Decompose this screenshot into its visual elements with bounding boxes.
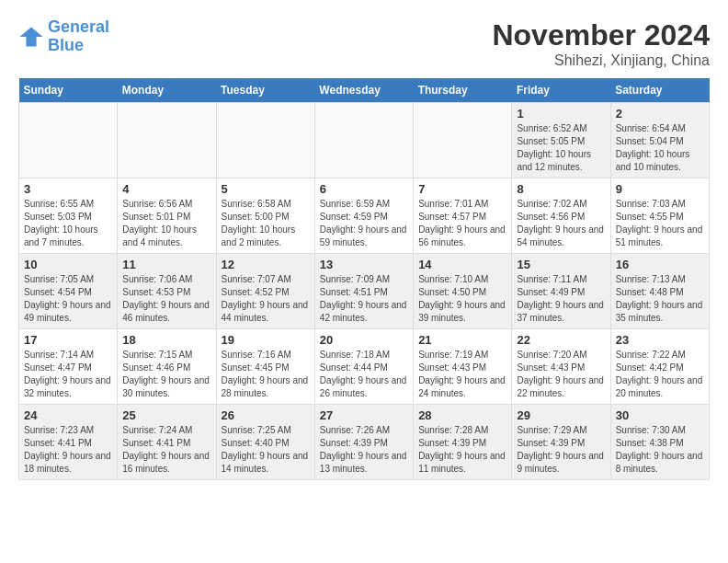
calendar-day-cell: 12Sunrise: 7:07 AMSunset: 4:52 PMDayligh… (216, 254, 314, 329)
day-info: Sunrise: 7:02 AMSunset: 4:56 PMDaylight:… (517, 198, 605, 249)
day-number: 23 (616, 333, 704, 347)
calendar-day-cell: 1Sunrise: 6:52 AMSunset: 5:05 PMDaylight… (512, 103, 610, 178)
calendar-day-cell: 4Sunrise: 6:56 AMSunset: 5:01 PMDaylight… (118, 178, 216, 254)
calendar-day-cell (414, 103, 512, 178)
day-number: 6 (320, 182, 408, 196)
day-number: 27 (320, 408, 408, 422)
day-info: Sunrise: 7:16 AMSunset: 4:45 PMDaylight:… (222, 349, 310, 400)
day-number: 1 (517, 107, 605, 121)
day-info: Sunrise: 7:24 AMSunset: 4:41 PMDaylight:… (122, 424, 210, 476)
day-number: 11 (122, 258, 210, 271)
day-info: Sunrise: 7:20 AMSunset: 4:43 PMDaylight:… (517, 349, 605, 400)
calendar-week-row: 17Sunrise: 7:14 AMSunset: 4:47 PMDayligh… (19, 329, 710, 405)
day-info: Sunrise: 7:14 AMSunset: 4:47 PMDaylight:… (24, 349, 112, 400)
weekday-header: Monday (118, 78, 216, 103)
day-info: Sunrise: 7:15 AMSunset: 4:46 PMDaylight:… (122, 349, 210, 400)
weekday-header-row: SundayMondayTuesdayWednesdayThursdayFrid… (19, 78, 710, 103)
calendar-table: SundayMondayTuesdayWednesdayThursdayFrid… (18, 78, 710, 480)
day-info: Sunrise: 7:26 AMSunset: 4:39 PMDaylight:… (320, 424, 408, 476)
calendar-day-cell: 29Sunrise: 7:29 AMSunset: 4:39 PMDayligh… (512, 405, 610, 480)
day-info: Sunrise: 7:28 AMSunset: 4:39 PMDaylight:… (418, 424, 506, 476)
day-number: 7 (418, 182, 506, 196)
day-number: 30 (616, 408, 704, 422)
day-number: 10 (24, 258, 112, 271)
calendar-day-cell: 16Sunrise: 7:13 AMSunset: 4:48 PMDayligh… (610, 254, 709, 329)
logo: General Blue (18, 18, 109, 55)
day-number: 17 (24, 333, 112, 347)
weekday-header: Friday (512, 78, 610, 103)
calendar-day-cell: 14Sunrise: 7:10 AMSunset: 4:50 PMDayligh… (414, 254, 512, 329)
day-info: Sunrise: 7:03 AMSunset: 4:55 PMDaylight:… (616, 198, 704, 249)
svg-marker-0 (19, 27, 42, 46)
day-info: Sunrise: 7:13 AMSunset: 4:48 PMDaylight:… (616, 273, 704, 325)
day-info: Sunrise: 6:58 AMSunset: 5:00 PMDaylight:… (222, 198, 310, 249)
calendar-week-row: 3Sunrise: 6:55 AMSunset: 5:03 PMDaylight… (19, 178, 710, 254)
day-info: Sunrise: 7:11 AMSunset: 4:49 PMDaylight:… (517, 273, 605, 325)
calendar-day-cell: 23Sunrise: 7:22 AMSunset: 4:42 PMDayligh… (610, 329, 709, 405)
logo-icon (18, 24, 44, 50)
calendar-day-cell: 11Sunrise: 7:06 AMSunset: 4:53 PMDayligh… (118, 254, 216, 329)
day-number: 16 (616, 258, 704, 271)
day-info: Sunrise: 7:09 AMSunset: 4:51 PMDaylight:… (320, 273, 408, 325)
calendar-day-cell: 9Sunrise: 7:03 AMSunset: 4:55 PMDaylight… (610, 178, 709, 254)
day-info: Sunrise: 6:56 AMSunset: 5:01 PMDaylight:… (122, 198, 210, 249)
calendar-week-row: 24Sunrise: 7:23 AMSunset: 4:41 PMDayligh… (19, 405, 710, 480)
calendar-day-cell: 21Sunrise: 7:19 AMSunset: 4:43 PMDayligh… (414, 329, 512, 405)
day-info: Sunrise: 7:19 AMSunset: 4:43 PMDaylight:… (418, 349, 506, 400)
calendar-day-cell: 28Sunrise: 7:28 AMSunset: 4:39 PMDayligh… (414, 405, 512, 480)
month-title: November 2024 (492, 18, 710, 52)
day-number: 28 (418, 408, 506, 422)
day-info: Sunrise: 7:05 AMSunset: 4:54 PMDaylight:… (24, 273, 112, 325)
day-number: 29 (517, 408, 605, 422)
weekday-header: Wednesday (314, 78, 413, 103)
day-number: 2 (616, 107, 704, 121)
calendar-day-cell: 27Sunrise: 7:26 AMSunset: 4:39 PMDayligh… (314, 405, 413, 480)
day-number: 26 (222, 408, 310, 422)
calendar-day-cell: 8Sunrise: 7:02 AMSunset: 4:56 PMDaylight… (512, 178, 610, 254)
day-number: 22 (517, 333, 605, 347)
calendar-day-cell: 22Sunrise: 7:20 AMSunset: 4:43 PMDayligh… (512, 329, 610, 405)
day-info: Sunrise: 7:25 AMSunset: 4:40 PMDaylight:… (222, 424, 310, 476)
calendar-week-row: 10Sunrise: 7:05 AMSunset: 4:54 PMDayligh… (19, 254, 710, 329)
day-info: Sunrise: 7:07 AMSunset: 4:52 PMDaylight:… (222, 273, 310, 325)
calendar-day-cell: 20Sunrise: 7:18 AMSunset: 4:44 PMDayligh… (314, 329, 413, 405)
day-info: Sunrise: 7:29 AMSunset: 4:39 PMDaylight:… (517, 424, 605, 476)
day-info: Sunrise: 6:52 AMSunset: 5:05 PMDaylight:… (517, 122, 605, 174)
calendar-day-cell: 7Sunrise: 7:01 AMSunset: 4:57 PMDaylight… (414, 178, 512, 254)
weekday-header: Tuesday (216, 78, 314, 103)
day-number: 8 (517, 182, 605, 196)
day-number: 18 (122, 333, 210, 347)
calendar-day-cell: 30Sunrise: 7:30 AMSunset: 4:38 PMDayligh… (610, 405, 709, 480)
calendar-day-cell: 25Sunrise: 7:24 AMSunset: 4:41 PMDayligh… (118, 405, 216, 480)
day-number: 19 (222, 333, 310, 347)
day-number: 14 (418, 258, 506, 271)
page-header: General Blue November 2024 Shihezi, Xinj… (18, 18, 710, 69)
weekday-header: Thursday (414, 78, 512, 103)
day-number: 15 (517, 258, 605, 271)
day-info: Sunrise: 7:22 AMSunset: 4:42 PMDaylight:… (616, 349, 704, 400)
calendar-week-row: 1Sunrise: 6:52 AMSunset: 5:05 PMDaylight… (19, 103, 710, 178)
title-block: November 2024 Shihezi, Xinjiang, China (492, 18, 710, 69)
calendar-day-cell: 3Sunrise: 6:55 AMSunset: 5:03 PMDaylight… (19, 178, 118, 254)
day-number: 20 (320, 333, 408, 347)
calendar-day-cell: 6Sunrise: 6:59 AMSunset: 4:59 PMDaylight… (314, 178, 413, 254)
calendar-day-cell: 15Sunrise: 7:11 AMSunset: 4:49 PMDayligh… (512, 254, 610, 329)
calendar-day-cell (314, 103, 413, 178)
calendar-day-cell: 2Sunrise: 6:54 AMSunset: 5:04 PMDaylight… (610, 103, 709, 178)
day-number: 5 (222, 182, 310, 196)
calendar-day-cell (216, 103, 314, 178)
day-info: Sunrise: 7:30 AMSunset: 4:38 PMDaylight:… (616, 424, 704, 476)
calendar-day-cell (19, 103, 118, 178)
calendar-day-cell: 19Sunrise: 7:16 AMSunset: 4:45 PMDayligh… (216, 329, 314, 405)
day-info: Sunrise: 6:54 AMSunset: 5:04 PMDaylight:… (616, 122, 704, 174)
calendar-day-cell: 26Sunrise: 7:25 AMSunset: 4:40 PMDayligh… (216, 405, 314, 480)
day-info: Sunrise: 7:23 AMSunset: 4:41 PMDaylight:… (24, 424, 112, 476)
day-info: Sunrise: 6:55 AMSunset: 5:03 PMDaylight:… (24, 198, 112, 249)
calendar-day-cell: 17Sunrise: 7:14 AMSunset: 4:47 PMDayligh… (19, 329, 118, 405)
day-number: 21 (418, 333, 506, 347)
calendar-day-cell: 5Sunrise: 6:58 AMSunset: 5:00 PMDaylight… (216, 178, 314, 254)
day-number: 25 (122, 408, 210, 422)
logo-line2: Blue (48, 36, 84, 54)
calendar-day-cell: 24Sunrise: 7:23 AMSunset: 4:41 PMDayligh… (19, 405, 118, 480)
day-number: 9 (616, 182, 704, 196)
